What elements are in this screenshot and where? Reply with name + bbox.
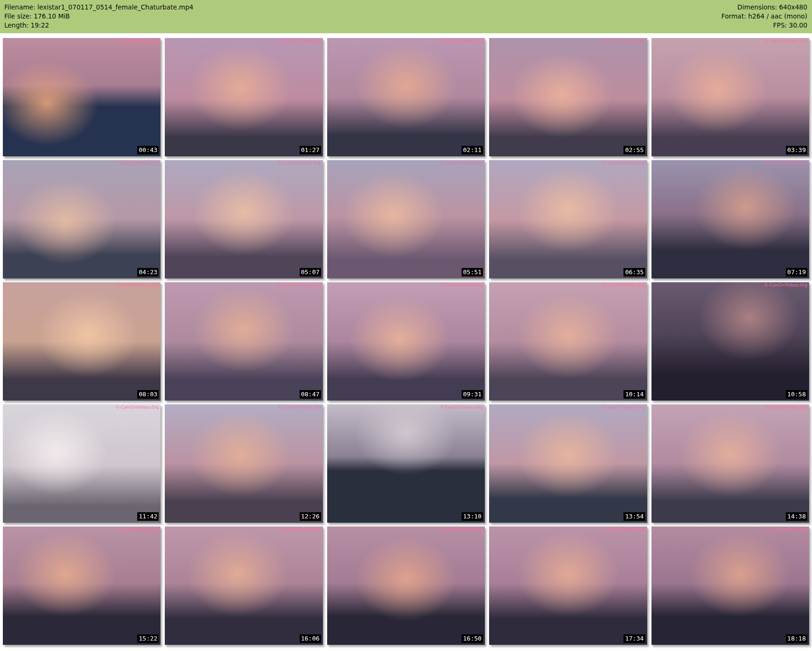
contact-sheet: Filename: lexistar1_070117_0514_female_C… bbox=[0, 0, 812, 645]
thumbnail: ©-CamGirlVideos.Org 05:51 bbox=[327, 160, 485, 278]
timestamp-badge: 04:23 bbox=[137, 268, 159, 277]
thumbnail: ©-CamGirlVideos.Org 07:19 bbox=[651, 160, 809, 278]
filesize-line: File size: 176.10 MiB bbox=[4, 12, 193, 21]
watermark-text: ©-CamGirlVideos.Org bbox=[440, 161, 483, 165]
timestamp-badge: 18:18 bbox=[786, 634, 807, 643]
watermark-text: ©-CamGirlVideos.Org bbox=[440, 405, 483, 410]
thumbnail: ©-CamGirlVideos.Org 02:11 bbox=[327, 38, 485, 156]
filename-line: Filename: lexistar1_070117_0514_female_C… bbox=[4, 3, 193, 12]
timestamp-badge: 10:58 bbox=[786, 390, 807, 399]
thumbnail: ©-CamGirlVideos.Org 15:22 bbox=[3, 527, 161, 645]
thumbnail: ©-CamGirlVideos.Org 03:39 bbox=[651, 38, 809, 156]
thumbnail: ©-CamGirlVideos.Org 08:47 bbox=[165, 282, 322, 401]
thumbnail: ©-CamGirlVideos.Org 04:23 bbox=[3, 160, 161, 278]
timestamp-badge: 08:47 bbox=[300, 390, 321, 399]
timestamp-badge: 17:34 bbox=[623, 634, 645, 643]
thumbnail: ©-CamGirlVideos.Org 13:10 bbox=[327, 404, 485, 523]
thumbnail: ©-CamGirlVideos.Org 13:54 bbox=[489, 404, 647, 523]
watermark-text: ©-CamGirlVideos.Org bbox=[602, 283, 645, 287]
thumbnail: ©-CamGirlVideos.Org 00:43 bbox=[3, 38, 161, 156]
watermark-text: ©-CamGirlVideos.Org bbox=[764, 39, 807, 43]
watermark-text: ©-CamGirlVideos.Org bbox=[602, 405, 645, 410]
watermark-text: ©-CamGirlVideos.Org bbox=[116, 527, 159, 532]
metadata-right: Dimensions: 640x480 Format: h264 / aac (… bbox=[721, 3, 807, 30]
timestamp-badge: 09:31 bbox=[462, 390, 483, 399]
thumbnail: ©-CamGirlVideos.Org 05:07 bbox=[165, 160, 322, 278]
fps-line: FPS: 30.00 bbox=[721, 21, 807, 30]
thumbnail: ©-CamGirlVideos.Org 14:38 bbox=[651, 404, 809, 523]
watermark-text: ©-CamGirlVideos.Org bbox=[278, 405, 321, 410]
thumbnail: ©-CamGirlVideos.Org 01:27 bbox=[165, 38, 322, 156]
timestamp-badge: 11:42 bbox=[137, 512, 159, 521]
thumbnail: ©-CamGirlVideos.Org 09:31 bbox=[327, 282, 485, 401]
timestamp-badge: 12:26 bbox=[300, 512, 321, 521]
timestamp-badge: 05:07 bbox=[300, 268, 321, 277]
timestamp-badge: 05:51 bbox=[462, 268, 483, 277]
watermark-text: ©-CamGirlVideos.Org bbox=[116, 405, 159, 410]
watermark-text: ©-CamGirlVideos.Org bbox=[278, 527, 321, 532]
watermark-text: ©-CamGirlVideos.Org bbox=[116, 283, 159, 287]
thumbnail: ©-CamGirlVideos.Org 02:55 bbox=[489, 38, 647, 156]
timestamp-badge: 16:06 bbox=[300, 634, 321, 643]
timestamp-badge: 01:27 bbox=[300, 146, 321, 154]
timestamp-badge: 10:14 bbox=[623, 390, 645, 399]
watermark-text: ©-CamGirlVideos.Org bbox=[440, 283, 483, 287]
timestamp-badge: 15:22 bbox=[137, 634, 159, 643]
timestamp-badge: 13:10 bbox=[462, 512, 483, 521]
timestamp-badge: 07:19 bbox=[786, 268, 807, 277]
watermark-text: ©-CamGirlVideos.Org bbox=[278, 39, 321, 43]
thumbnail: ©-CamGirlVideos.Org 08:03 bbox=[3, 282, 161, 401]
thumbnail: ©-CamGirlVideos.Org 10:14 bbox=[489, 282, 647, 401]
metadata-header: Filename: lexistar1_070117_0514_female_C… bbox=[0, 0, 812, 33]
timestamp-badge: 02:55 bbox=[623, 146, 645, 154]
dimensions-line: Dimensions: 640x480 bbox=[721, 3, 807, 12]
timestamp-badge: 13:54 bbox=[623, 512, 645, 521]
watermark-text: ©-CamGirlVideos.Org bbox=[602, 161, 645, 165]
timestamp-badge: 00:43 bbox=[137, 146, 159, 154]
timestamp-badge: 14:38 bbox=[786, 512, 807, 521]
thumbnail: ©-CamGirlVideos.Org 17:34 bbox=[489, 527, 647, 645]
thumbnail: ©-CamGirlVideos.Org 16:50 bbox=[327, 527, 485, 645]
watermark-text: ©-CamGirlVideos.Org bbox=[764, 161, 807, 165]
watermark-text: ©-CamGirlVideos.Org bbox=[116, 161, 159, 165]
thumbnail: ©-CamGirlVideos.Org 12:26 bbox=[165, 404, 322, 523]
thumbnail-grid: ©-CamGirlVideos.Org 00:43 ©-CamGirlVideo… bbox=[0, 33, 812, 645]
timestamp-badge: 16:50 bbox=[462, 634, 483, 643]
timestamp-badge: 08:03 bbox=[137, 390, 159, 399]
thumbnail: ©-CamGirlVideos.Org 11:42 bbox=[3, 404, 161, 523]
thumbnail: ©-CamGirlVideos.Org 16:06 bbox=[165, 527, 322, 645]
watermark-text: ©-CamGirlVideos.Org bbox=[764, 283, 807, 287]
watermark-text: ©-CamGirlVideos.Org bbox=[278, 283, 321, 287]
timestamp-badge: 02:11 bbox=[462, 146, 483, 154]
watermark-text: ©-CamGirlVideos.Org bbox=[278, 161, 321, 165]
watermark-text: ©-CamGirlVideos.Org bbox=[440, 527, 483, 532]
watermark-text: ©-CamGirlVideos.Org bbox=[764, 405, 807, 410]
timestamp-badge: 06:35 bbox=[623, 268, 645, 277]
watermark-text: ©-CamGirlVideos.Org bbox=[116, 39, 159, 43]
watermark-text: ©-CamGirlVideos.Org bbox=[764, 527, 807, 532]
thumbnail: ©-CamGirlVideos.Org 06:35 bbox=[489, 160, 647, 278]
format-line: Format: h264 / aac (mono) bbox=[721, 12, 807, 21]
thumbnail: ©-CamGirlVideos.Org 10:58 bbox=[651, 282, 809, 401]
length-line: Length: 19:22 bbox=[4, 21, 193, 30]
watermark-text: ©-CamGirlVideos.Org bbox=[602, 39, 645, 43]
thumbnail: ©-CamGirlVideos.Org 18:18 bbox=[651, 527, 809, 645]
timestamp-badge: 03:39 bbox=[786, 146, 807, 154]
watermark-text: ©-CamGirlVideos.Org bbox=[440, 39, 483, 43]
watermark-text: ©-CamGirlVideos.Org bbox=[602, 527, 645, 532]
metadata-left: Filename: lexistar1_070117_0514_female_C… bbox=[4, 3, 193, 30]
